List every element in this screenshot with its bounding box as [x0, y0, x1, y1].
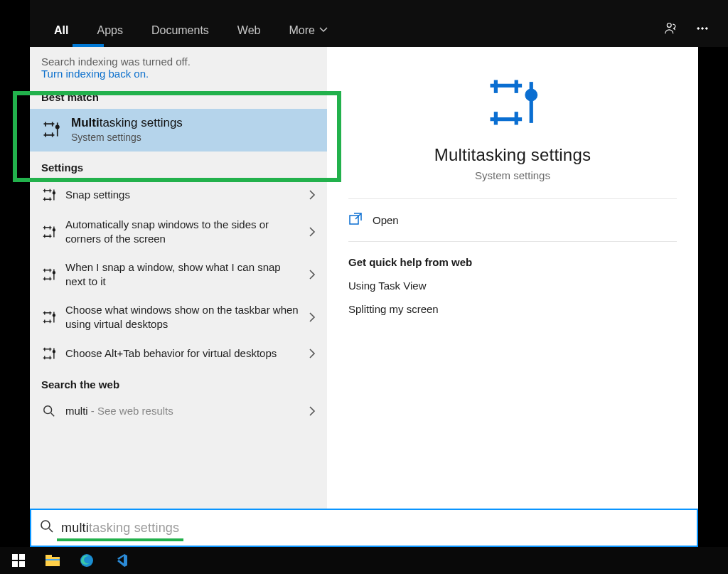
tab-more[interactable]: More: [274, 11, 341, 47]
feedback-icon[interactable]: [657, 14, 685, 43]
multitasking-icon: [41, 187, 57, 203]
chevron-right-icon: [306, 349, 318, 358]
open-action[interactable]: Open: [348, 212, 677, 228]
svg-point-3: [706, 28, 708, 30]
results-list: Search indexing was turned off. Turn ind…: [30, 47, 327, 509]
chevron-right-icon: [306, 270, 318, 280]
taskbar-edge[interactable]: [70, 547, 104, 574]
tab-apps[interactable]: Apps: [82, 11, 136, 47]
svg-point-61: [527, 90, 536, 100]
indexing-notice: Search indexing was turned off. Turn ind…: [30, 47, 327, 81]
search-icon: [43, 405, 55, 418]
svg-rect-66: [19, 554, 25, 560]
search-web-header: Search the web: [30, 368, 327, 396]
multitasking-icon: [41, 224, 57, 240]
best-match-result[interactable]: Multitasking settings System settings: [30, 109, 327, 152]
settings-item-label: When I snap a window, show what I can sn…: [65, 260, 306, 288]
best-match-subtitle: System settings: [71, 132, 183, 143]
tab-all[interactable]: All: [40, 11, 82, 47]
search-icon: [40, 519, 54, 536]
search-tabs: All Apps Documents Web More: [30, 0, 728, 47]
web-result[interactable]: multi - See web results: [30, 396, 327, 425]
svg-rect-69: [46, 557, 60, 566]
svg-point-52: [44, 406, 52, 414]
svg-line-64: [49, 528, 53, 532]
settings-header: Settings: [30, 152, 327, 179]
svg-point-1: [697, 28, 700, 30]
svg-point-19: [53, 192, 55, 194]
tab-web[interactable]: Web: [223, 11, 275, 47]
best-match-header: Best match: [30, 81, 327, 109]
open-label: Open: [373, 214, 399, 226]
multitasking-icon: [41, 309, 57, 325]
settings-item[interactable]: Automatically snap windows to the sides …: [30, 210, 327, 253]
search-text: multitasking settings: [61, 521, 179, 536]
chevron-right-icon: [306, 406, 318, 416]
indexing-notice-text: Search indexing was turned off.: [41, 55, 316, 68]
preview-subtitle: System settings: [348, 169, 677, 199]
multitasking-icon: [41, 267, 57, 282]
best-match-title: Multitasking settings: [71, 116, 183, 130]
settings-item[interactable]: Choose Alt+Tab behavior for virtual desk…: [30, 338, 327, 368]
preview-multitasking-icon: [348, 73, 677, 132]
multitasking-icon: [41, 346, 57, 361]
settings-item-label: Snap settings: [65, 188, 306, 202]
svg-rect-68: [19, 561, 25, 567]
help-link[interactable]: Using Task View: [348, 280, 677, 292]
svg-point-51: [53, 351, 55, 353]
svg-point-27: [53, 228, 55, 230]
start-button[interactable]: [1, 547, 36, 574]
divider: [348, 241, 677, 242]
settings-item[interactable]: Snap settings: [30, 179, 327, 210]
open-icon: [348, 212, 363, 228]
turn-indexing-on-link[interactable]: Turn indexing back on.: [41, 68, 149, 80]
svg-point-0: [667, 23, 671, 27]
svg-rect-70: [46, 555, 52, 558]
settings-item-label: Automatically snap windows to the sides …: [65, 218, 306, 245]
settings-item[interactable]: Choose what windows show on the taskbar …: [30, 295, 327, 338]
tab-documents[interactable]: Documents: [137, 11, 223, 47]
web-result-label: multi - See web results: [65, 404, 306, 418]
svg-point-2: [702, 28, 704, 30]
svg-rect-65: [12, 554, 18, 560]
help-header: Get quick help from web: [348, 256, 677, 268]
annotation-underline: [57, 538, 183, 541]
svg-point-35: [53, 271, 55, 273]
more-options-icon[interactable]: [688, 14, 717, 43]
svg-rect-67: [12, 561, 18, 567]
chevron-right-icon: [306, 312, 318, 322]
tab-more-label: More: [289, 24, 314, 37]
settings-item-label: Choose what windows show on the taskbar …: [65, 303, 306, 331]
chevron-right-icon: [306, 190, 318, 200]
svg-point-11: [56, 125, 59, 128]
taskbar-file-explorer[interactable]: [36, 547, 70, 574]
svg-rect-71: [46, 559, 60, 560]
help-link[interactable]: Splitting my screen: [348, 303, 677, 315]
chevron-right-icon: [306, 227, 318, 237]
chevron-down-icon: [319, 24, 328, 37]
svg-point-63: [41, 521, 50, 529]
settings-item-label: Choose Alt+Tab behavior for virtual desk…: [65, 346, 306, 361]
settings-item[interactable]: When I snap a window, show what I can sn…: [30, 253, 327, 295]
multitasking-icon: [41, 119, 61, 139]
preview-title: Multitasking settings: [348, 145, 677, 165]
taskbar-vscode[interactable]: [104, 547, 138, 574]
search-results-panel: Search indexing was turned off. Turn ind…: [30, 47, 698, 509]
svg-point-43: [53, 314, 55, 316]
preview-pane: Multitasking settings System settings Op…: [327, 47, 698, 509]
svg-line-53: [51, 413, 55, 416]
taskbar: [0, 547, 728, 574]
